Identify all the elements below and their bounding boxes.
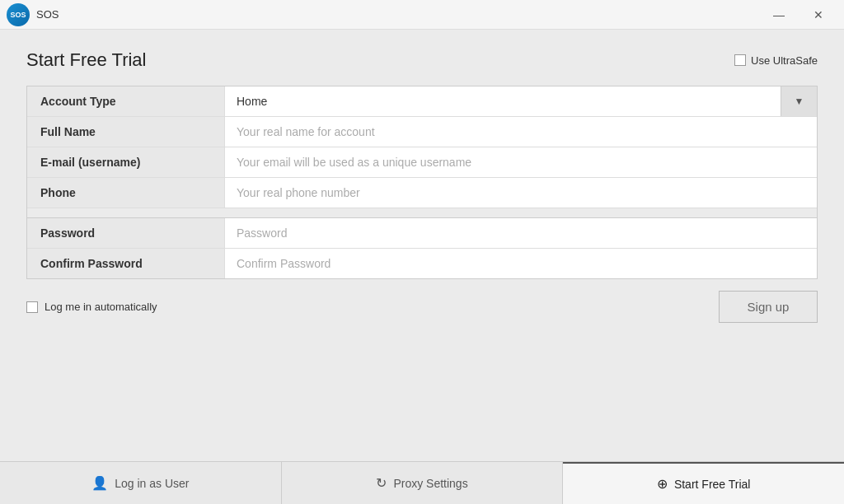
- phone-input[interactable]: [225, 178, 817, 208]
- tab-trial[interactable]: ⊕ Start Free Trial: [563, 462, 844, 504]
- app-title: SOS: [36, 8, 760, 21]
- phone-cell: [225, 178, 817, 208]
- password-label: Password: [27, 218, 225, 248]
- ultrasafe-wrapper: Use UltraSafe: [734, 54, 818, 67]
- trial-icon: ⊕: [657, 476, 668, 492]
- title-bar: SOS SOS — ✕: [0, 0, 844, 30]
- auto-login-wrapper: Log me in automatically: [26, 301, 157, 313]
- email-label: E-mail (username): [27, 147, 225, 177]
- full-name-cell: [225, 117, 817, 147]
- minimize-button[interactable]: —: [760, 3, 798, 26]
- account-type-label: Account Type: [27, 86, 225, 116]
- close-button[interactable]: ✕: [799, 3, 837, 26]
- phone-label: Phone: [27, 178, 225, 208]
- confirm-password-label: Confirm Password: [27, 249, 225, 278]
- tab-proxy-label: Proxy Settings: [393, 477, 467, 490]
- tab-proxy[interactable]: ↻ Proxy Settings: [282, 462, 564, 504]
- password-row: Password: [27, 218, 817, 249]
- auto-login-label: Log me in automatically: [45, 301, 157, 313]
- signup-button[interactable]: Sign up: [719, 291, 818, 323]
- auto-login-checkbox[interactable]: [26, 301, 38, 313]
- tab-bar: 👤 Log in as User ↻ Proxy Settings ⊕ Star…: [0, 461, 844, 504]
- tab-login-label: Log in as User: [115, 477, 189, 490]
- account-type-cell: Home Business Enterprise ▼: [225, 86, 817, 116]
- confirm-password-row: Confirm Password: [27, 249, 817, 278]
- confirm-password-input[interactable]: [225, 249, 817, 278]
- full-name-label: Full Name: [27, 117, 225, 147]
- full-name-row: Full Name: [27, 117, 817, 147]
- tab-trial-label: Start Free Trial: [674, 478, 751, 491]
- phone-row: Phone: [27, 178, 817, 208]
- email-row: E-mail (username): [27, 147, 817, 178]
- email-cell: [225, 147, 817, 177]
- password-cell: [225, 218, 817, 248]
- account-type-select[interactable]: Home Business Enterprise: [225, 86, 817, 116]
- page-title: Start Free Trial: [26, 49, 146, 71]
- form-spacer: [27, 208, 817, 218]
- bottom-section: Log me in automatically Sign up: [26, 291, 818, 323]
- tab-login[interactable]: 👤 Log in as User: [0, 462, 282, 504]
- ultrasafe-label: Use UltraSafe: [751, 54, 818, 67]
- page-header: Start Free Trial Use UltraSafe: [26, 49, 818, 71]
- registration-form: Account Type Home Business Enterprise ▼ …: [26, 86, 818, 279]
- full-name-input[interactable]: [225, 117, 817, 147]
- user-icon: 👤: [91, 475, 108, 491]
- window-controls: — ✕: [760, 3, 837, 26]
- ultrasafe-checkbox[interactable]: [734, 54, 746, 66]
- password-input[interactable]: [225, 218, 817, 248]
- email-input[interactable]: [225, 147, 817, 177]
- proxy-icon: ↻: [376, 475, 387, 491]
- app-logo: SOS: [7, 3, 30, 26]
- account-type-row: Account Type Home Business Enterprise ▼: [27, 86, 817, 117]
- main-content: Start Free Trial Use UltraSafe Account T…: [0, 30, 844, 461]
- confirm-password-cell: [225, 249, 817, 278]
